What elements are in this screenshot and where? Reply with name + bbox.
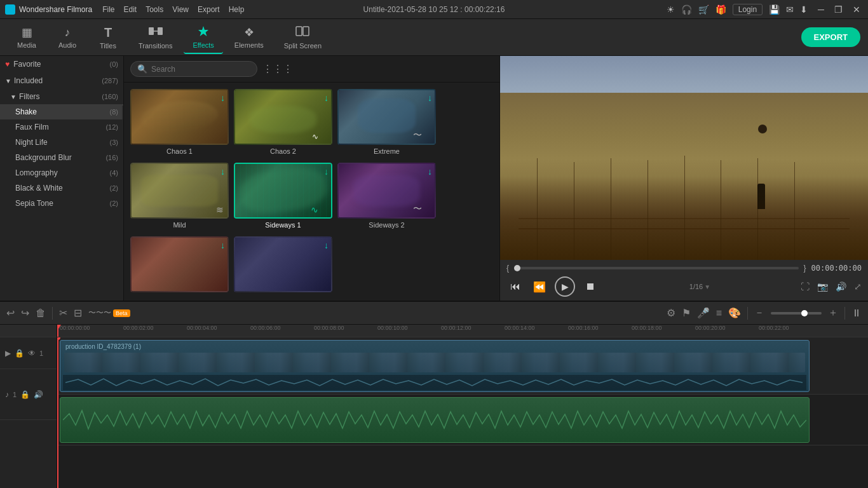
- fullscreen-preview-icon[interactable]: ⛶: [801, 281, 810, 292]
- delete-button[interactable]: 🗑: [36, 308, 46, 319]
- screenshot-icon[interactable]: 📷: [817, 281, 828, 292]
- flag-icon[interactable]: ⚑: [682, 307, 691, 319]
- filter-item-nightlife[interactable]: Night Life (3): [0, 135, 123, 150]
- zoom-in-icon[interactable]: ＋: [828, 306, 838, 320]
- login-button[interactable]: Login: [733, 4, 763, 15]
- zoom-slider[interactable]: [771, 312, 822, 315]
- effect-item-sideways1[interactable]: ↓ ∿ Sideways 1: [234, 163, 332, 231]
- video-clip[interactable]: production ID_4782379 (1): [60, 340, 810, 392]
- download-icon[interactable]: ↓: [220, 93, 225, 103]
- audio-clip[interactable]: [60, 397, 810, 443]
- toolbar-transitions[interactable]: Transitions: [130, 22, 181, 53]
- cut-button[interactable]: ✂: [59, 307, 67, 319]
- sun-icon[interactable]: ☀: [667, 4, 675, 15]
- progress-track[interactable]: [514, 267, 798, 269]
- track-play-icon[interactable]: ▶: [5, 349, 11, 358]
- menu-view[interactable]: View: [172, 5, 189, 14]
- effect-thumb-sideways2: ↓ 〜: [337, 163, 436, 219]
- effect-item-unnamed1[interactable]: ↓: [130, 236, 229, 297]
- audio-waveform-button[interactable]: 〜〜〜 Beta: [88, 308, 130, 318]
- grid-view-icon[interactable]: ⋮⋮⋮: [262, 63, 293, 75]
- play-button[interactable]: ▶: [555, 276, 575, 297]
- download-icon[interactable]: ↓: [220, 240, 225, 250]
- effect-item-unnamed2[interactable]: ↓: [234, 236, 332, 297]
- toolbar-splitscreen[interactable]: Split Screen: [275, 22, 330, 53]
- gift-icon[interactable]: 🎁: [715, 4, 726, 15]
- filter-item-bw[interactable]: Black & White (2): [0, 180, 123, 196]
- stop-button[interactable]: ⏹: [581, 278, 599, 295]
- timeline-scroll-area[interactable]: 00:00:00:00 00:00:02:00 00:00:04:00 00:0…: [57, 325, 868, 488]
- pause-all-icon[interactable]: ⏸: [851, 308, 862, 319]
- headphone-icon[interactable]: 🎧: [681, 4, 692, 15]
- effect-item-sideways2[interactable]: ↓ 〜 Sideways 2: [337, 163, 436, 231]
- filter-sepia-count: (2): [110, 200, 118, 207]
- filter-sepia-label: Sepia Tone: [15, 199, 110, 208]
- download-icon[interactable]: ↓: [324, 166, 329, 177]
- menu-edit[interactable]: Edit: [124, 5, 137, 14]
- download-icon[interactable]: ↓: [428, 166, 432, 177]
- effect-item-chaos1[interactable]: ↓ Chaos 1: [130, 89, 229, 158]
- filter-fauxfilm-count: (12): [105, 123, 118, 131]
- track-lock-icon[interactable]: 🔒: [15, 349, 24, 358]
- filter-item-bgblur[interactable]: Background Blur (16): [0, 150, 123, 165]
- favorite-section[interactable]: ♥ Favorite (0): [0, 56, 123, 72]
- undo-button[interactable]: ↩: [6, 307, 15, 319]
- toolbar-effects[interactable]: Effects: [184, 21, 222, 54]
- preview-background: [500, 56, 868, 260]
- close-button[interactable]: ✕: [850, 4, 863, 15]
- filter-item-sepia[interactable]: Sepia Tone (2): [0, 196, 123, 211]
- audio-lock-icon[interactable]: 🔒: [20, 390, 30, 399]
- filter-item-fauxfilm[interactable]: Faux Film (12): [0, 119, 123, 135]
- expand-icon[interactable]: ⤢: [854, 281, 862, 292]
- color-icon[interactable]: 🎨: [728, 307, 741, 319]
- volume-icon[interactable]: 🔊: [836, 281, 846, 292]
- effect-thumb-unnamed2: ↓: [234, 236, 332, 292]
- ruler-mark-8: 00:00:16:00: [568, 325, 599, 331]
- search-box[interactable]: 🔍: [130, 61, 257, 77]
- effect-item-chaos2[interactable]: ↓ ∿ Chaos 2: [234, 89, 332, 158]
- step-back-button[interactable]: ⏮: [506, 278, 524, 295]
- cart-icon[interactable]: 🛒: [698, 4, 709, 15]
- redo-button[interactable]: ↪: [21, 307, 29, 319]
- menu-tools[interactable]: Tools: [146, 5, 163, 14]
- mic-icon[interactable]: 🎤: [697, 307, 710, 319]
- included-section[interactable]: ▼ Included (287): [0, 72, 123, 89]
- menu-file[interactable]: File: [102, 5, 114, 14]
- ruler-mark-5: 00:00:10:00: [377, 325, 408, 331]
- minimize-button[interactable]: ─: [815, 4, 827, 15]
- toolbar-media[interactable]: ▦ Media: [8, 22, 46, 53]
- mail-icon[interactable]: ✉: [786, 4, 794, 15]
- menu-help[interactable]: Help: [229, 5, 245, 14]
- download-icon[interactable]: ↓: [324, 240, 329, 250]
- progress-thumb: [514, 265, 520, 271]
- export-button[interactable]: EXPORT: [801, 27, 860, 47]
- ruler-mark-2: 00:00:04:00: [187, 325, 217, 331]
- chevron-down-icon[interactable]: ▼: [704, 283, 710, 290]
- maximize-button[interactable]: ❐: [832, 4, 845, 15]
- save-icon[interactable]: 💾: [769, 4, 780, 15]
- filter-item-lomography[interactable]: Lomography (4): [0, 165, 123, 180]
- download-icon[interactable]: ⬇: [800, 4, 808, 15]
- toolbar-elements[interactable]: ❖ Elements: [226, 22, 273, 53]
- download-icon[interactable]: ↓: [428, 93, 432, 103]
- download-icon[interactable]: ↓: [220, 166, 225, 177]
- menu-export[interactable]: Export: [198, 5, 220, 14]
- filters-label: Filters: [19, 92, 102, 101]
- toolbar-audio[interactable]: ♪ Audio: [48, 22, 86, 53]
- settings-icon[interactable]: ⚙: [667, 307, 675, 319]
- color-correction-button[interactable]: ⊟: [74, 307, 82, 319]
- effect-item-mild[interactable]: ↓ ≋ Mild: [130, 163, 229, 231]
- filters-section[interactable]: ▼ Filters (160): [0, 89, 123, 104]
- svg-rect-4: [303, 27, 309, 36]
- audio-settings-icon[interactable]: ≡: [716, 308, 722, 319]
- frame-back-button[interactable]: ⏪: [531, 278, 548, 295]
- toolbar-titles[interactable]: T Titles: [89, 22, 127, 53]
- audio-mute-icon[interactable]: 🔊: [34, 390, 43, 399]
- search-input[interactable]: [151, 65, 250, 74]
- ruler-mark-9: 00:00:18:00: [632, 325, 662, 331]
- filter-item-shake[interactable]: Shake (8): [0, 104, 123, 119]
- track-visible-icon[interactable]: 👁: [28, 349, 36, 358]
- effect-item-extreme[interactable]: ↓ 〜 Extreme: [337, 89, 436, 158]
- zoom-out-icon[interactable]: －: [754, 306, 764, 320]
- download-icon[interactable]: ↓: [324, 93, 329, 103]
